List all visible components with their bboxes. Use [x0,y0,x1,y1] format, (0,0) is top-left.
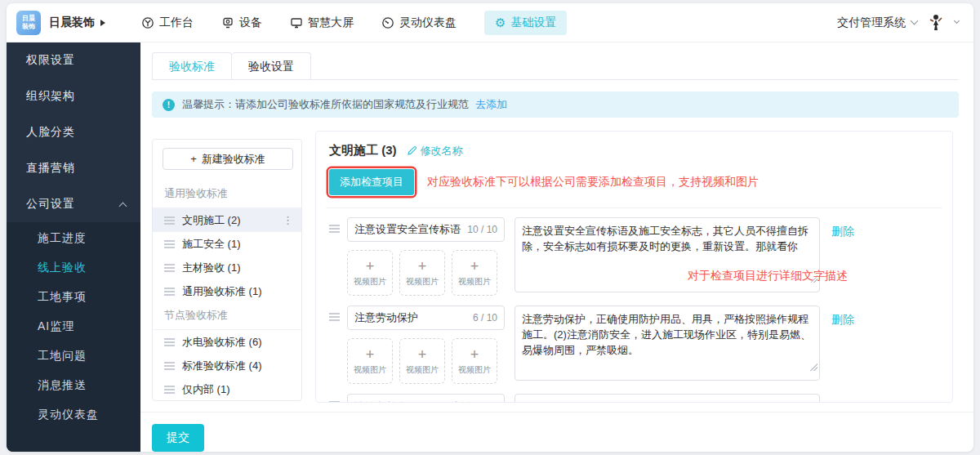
rename-button[interactable]: 修改名称 [407,144,463,158]
detail-panel: 文明施工 (3) 修改名称 添加检查项目 对应验收标准下可以根据公司需要添加检查… [315,131,953,403]
plus-icon: + [366,347,375,362]
drag-handle-icon[interactable] [164,365,175,367]
standard-item-plumbing[interactable]: 水电验收标准 (6) [153,330,301,354]
tip-banner: ! 温馨提示：请添加公司验收标准所依据的国家规范及行业规范 去添加 [152,91,959,118]
standard-item-label: 施工安全 (1) [182,237,241,252]
sidebar-item-label: 公司设置 [26,197,75,212]
more-options-icon[interactable]: ⋮ [283,214,293,226]
drag-handle-icon[interactable] [164,267,175,269]
standard-item-general-standard[interactable]: 通用验收标准 (1) [153,279,301,303]
gear-icon: ⚙ [495,16,506,30]
nav-devices[interactable]: 设备 [221,16,262,30]
company-name[interactable]: 日晨装饰 [49,16,95,30]
sidebar-subitem-progress[interactable]: 施工进度 [7,224,140,253]
sidebar-subitem-ai-supervision[interactable]: AI监理 [7,312,140,341]
sidebar-item-permissions[interactable]: 权限设置 [7,42,140,78]
sidebar-subitem-label: 工地问题 [38,349,87,364]
sidebar-item-label: 权限设置 [26,53,75,68]
sidebar-item-label: 直播营销 [26,161,75,176]
nav-smart-screen[interactable]: 智慧大屏 [290,16,354,30]
tip-text: 温馨提示：请添加公司验收标准所依据的国家规范及行业规范 [182,97,469,112]
sidebar-subitem-message-push[interactable]: 消息推送 [7,371,140,400]
system-select[interactable]: 交付管理系统 [837,16,917,30]
go-add-link[interactable]: 去添加 [475,97,507,112]
sidebar-item-org[interactable]: 组织架构 [7,78,140,114]
sidebar-item-face[interactable]: 人脸分类 [7,114,140,150]
tab-acceptance-standards[interactable]: 验收标准 [152,52,232,79]
nav-label: 设备 [239,16,262,30]
tab-acceptance-settings[interactable]: 验收设置 [232,52,311,79]
divider [326,207,942,208]
standard-item-main-materials[interactable]: 主材验收 (1) [153,256,301,279]
nav-basic-settings[interactable]: ⚙ 基础设置 [484,11,567,35]
system-select-label: 交付管理系统 [837,16,906,30]
standard-item-standard-acceptance[interactable]: 标准验收标准 (4) [153,354,301,377]
standard-item-label: 通用验收标准 (1) [182,284,262,299]
plus-icon: + [418,347,427,362]
main-nav: 工作台 设备 智慧大屏 [141,11,567,35]
check-item-name-input[interactable] [354,224,464,236]
upload-media-button[interactable]: + 视频图片 [347,250,393,296]
resize-handle[interactable] [810,364,817,371]
item-content-column [514,394,820,403]
sidebar-subitem-label: 消息推送 [38,378,87,393]
drag-handle-icon[interactable] [329,316,340,318]
drag-handle-icon[interactable] [329,228,340,230]
plus-icon: + [190,153,197,165]
upload-media-button[interactable]: + 视频图片 [399,338,445,384]
check-item-content-textarea[interactable]: 注意劳动保护，正确使用防护用品、用具，严格按照操作规程施工。(2)注意消防安全，… [514,306,820,381]
group-title-general: 通用验收标准 [153,181,301,207]
drag-handle-icon[interactable] [164,243,175,245]
avatar[interactable] [925,12,947,33]
add-annotation: 对应验收标准下可以根据公司需要添加检查项目，支持视频和图片 [427,175,759,190]
delete-item-link[interactable]: 删除 [831,401,854,403]
check-item-name-input[interactable] [354,400,470,404]
delete-item-link[interactable]: 删除 [831,313,854,384]
char-counter: 10 / 10 [467,224,497,235]
check-item-content-textarea[interactable] [514,394,820,403]
sidebar-item-label: 组织架构 [26,89,75,104]
check-item-name-input[interactable] [354,312,470,324]
caret-right-icon [100,20,105,26]
sidebar-item-live[interactable]: 直播营销 [7,150,140,186]
standard-item-civilized-construction[interactable]: 文明施工 (2) ⋮ [153,208,301,232]
drag-handle-icon[interactable] [164,341,175,343]
detail-title: 文明施工 (3) [329,143,397,158]
add-check-item-button[interactable]: 添加检查项目 [329,169,414,195]
group-title-node: 节点验收标准 [153,303,301,329]
add-row: 添加检查项目 对应验收标准下可以根据公司需要添加检查项目，支持视频和图片 [329,169,939,195]
new-standard-label: 新建验收标准 [202,152,265,167]
avatar-menu-chevron-icon[interactable] [954,18,960,24]
upload-media-button[interactable]: + 视频图片 [452,250,497,296]
delete-item-link[interactable]: 删除 [831,225,854,296]
sidebar-subitem-site-matters[interactable]: 工地事项 [7,283,140,312]
standard-item-internal-only[interactable]: 仅内部 (1) [153,377,301,401]
pencil-icon [407,145,417,156]
standard-item-construction-safety[interactable]: 施工安全 (1) [153,232,301,256]
upload-label: 视频图片 [458,364,491,376]
sidebar-item-company-settings[interactable]: 公司设置 [7,186,140,222]
drag-handle-icon[interactable] [164,389,175,390]
plus-icon: + [470,347,479,362]
upload-media-button[interactable]: + 视频图片 [347,338,393,384]
char-counter: 0 / 10 [473,400,497,403]
device-icon [221,16,234,29]
drag-handle-icon[interactable] [164,291,175,292]
upload-label: 视频图片 [458,276,491,288]
upload-media-button[interactable]: + 视频图片 [452,338,497,384]
upload-label: 视频图片 [354,364,386,376]
nav-dashboard[interactable]: 灵动仪表盘 [381,16,457,30]
upload-media-button[interactable]: + 视频图片 [399,250,445,296]
sidebar-subitem-dashboard[interactable]: 灵动仪表盘 [7,400,140,430]
sidebar-subitem-label: 工地事项 [38,290,87,305]
new-standard-button[interactable]: + 新建验收标准 [163,148,293,170]
item-name-column: 0 / 10 [347,394,505,403]
check-items-list: 10 / 10 + 视频图片 + 视频图片 [329,217,939,403]
nav-workbench[interactable]: 工作台 [141,16,194,30]
sidebar-subitem-online-acceptance[interactable]: 线上验收 [7,253,140,283]
info-icon: ! [163,99,175,111]
sidebar-subitem-site-issues[interactable]: 工地问题 [7,341,140,371]
upload-label: 视频图片 [406,364,439,376]
drag-handle-icon[interactable] [164,220,175,221]
submit-button[interactable]: 提交 [152,424,204,452]
